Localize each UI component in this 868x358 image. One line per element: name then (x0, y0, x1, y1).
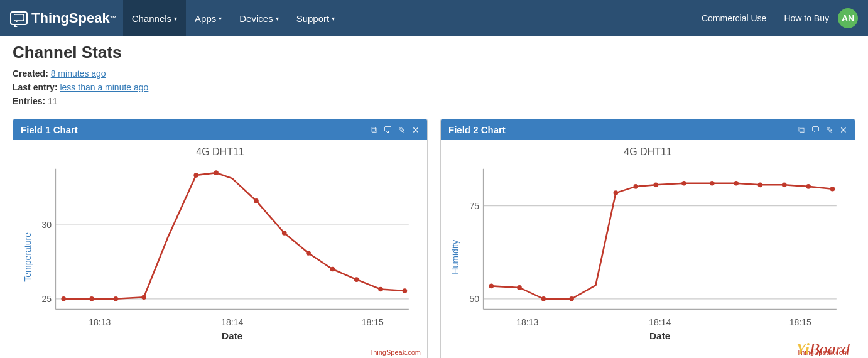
chart2-icons: ⧉ 🗨 ✎ ✕ (798, 124, 847, 135)
svg-point-18 (254, 198, 259, 203)
svg-point-12 (61, 296, 66, 301)
support-caret: ▾ (332, 15, 335, 22)
page-content: Channel Stats Created: 8 minutes ago Las… (0, 36, 868, 358)
chart2-body: 4G DHT11 Humidity (441, 140, 855, 358)
chart1-edit-icon[interactable]: ✎ (398, 125, 406, 135)
svg-point-38 (517, 285, 522, 290)
chart2-external-link-icon[interactable]: ⧉ (798, 124, 805, 135)
svg-point-20 (306, 251, 311, 256)
entries-meta: Entries: 11 (13, 96, 855, 106)
svg-text:25: 25 (41, 294, 52, 304)
svg-point-46 (734, 181, 739, 186)
charts-row: Field 1 Chart ⧉ 🗨 ✎ ✕ 4G DHT11 Temperatu… (13, 119, 855, 358)
brand-icon (10, 11, 28, 25)
svg-point-40 (569, 296, 574, 301)
svg-text:Date: Date (649, 330, 670, 341)
chart2-svg-container: Humidity 75 50 18:13 (447, 161, 849, 347)
nav-commercial[interactable]: Commercial Use (693, 0, 775, 36)
svg-point-21 (330, 267, 335, 272)
svg-point-49 (806, 184, 811, 189)
svg-point-14 (114, 296, 119, 301)
nav-support[interactable]: Support ▾ (288, 0, 344, 36)
chart1-chart-title: 4G DHT11 (19, 146, 421, 158)
devices-caret: ▾ (276, 15, 279, 22)
created-label: Created: (13, 68, 48, 79)
svg-point-42 (633, 184, 638, 189)
chart2-edit-icon[interactable]: ✎ (826, 125, 833, 135)
chart2-close-icon[interactable]: ✕ (840, 125, 847, 135)
svg-text:18:14: 18:14 (221, 317, 243, 327)
svg-rect-0 (14, 14, 24, 21)
chart2-card: Field 2 Chart ⧉ 🗨 ✎ ✕ 4G DHT11 Humidity (440, 119, 855, 358)
svg-point-41 (614, 190, 619, 195)
nav-devices[interactable]: Devices ▾ (231, 0, 287, 36)
last-entry-value[interactable]: less than a minute ago (60, 82, 148, 92)
chart1-card: Field 1 Chart ⧉ 🗨 ✎ ✕ 4G DHT11 Temperatu… (13, 119, 428, 358)
svg-text:Date: Date (222, 330, 242, 341)
navbar: ThingSpeak™ Channels ▾ Apps ▾ Devices ▾ … (0, 0, 868, 36)
svg-point-17 (214, 170, 219, 175)
svg-text:18:15: 18:15 (362, 317, 384, 327)
chart2-chart-title: 4G DHT11 (447, 146, 849, 158)
chart1-icons: ⧉ 🗨 ✎ ✕ (371, 124, 420, 135)
created-value[interactable]: 8 minutes ago (51, 68, 106, 79)
chart1-body: 4G DHT11 Temperature 30 25 (13, 140, 427, 358)
chart1-title: Field 1 Chart (21, 124, 78, 135)
nav-right: Commercial Use How to Buy AN (693, 0, 858, 36)
entries-value: 11 (48, 96, 58, 106)
chart1-comment-icon[interactable]: 🗨 (383, 125, 392, 135)
chart2-attribution: ThingSpeak.com (447, 349, 849, 356)
svg-point-39 (541, 296, 546, 301)
svg-text:50: 50 (469, 294, 479, 304)
chart1-close-icon[interactable]: ✕ (412, 125, 420, 135)
nav-apps[interactable]: Apps ▾ (186, 0, 231, 36)
chart1-attribution: ThingSpeak.com (19, 349, 421, 356)
chart1-header: Field 1 Chart ⧉ 🗨 ✎ ✕ (13, 119, 427, 140)
svg-text:Humidity: Humidity (450, 240, 460, 274)
svg-text:18:13: 18:13 (89, 317, 111, 327)
chart1-external-link-icon[interactable]: ⧉ (371, 124, 377, 135)
svg-point-24 (403, 288, 408, 293)
svg-point-15 (141, 295, 146, 300)
svg-point-48 (782, 183, 787, 188)
nav-how-to-buy[interactable]: How to Buy (775, 0, 838, 36)
chart2-comment-icon[interactable]: 🗨 (811, 125, 820, 135)
brand-logo[interactable]: ThingSpeak™ (10, 10, 117, 26)
svg-text:Temperature: Temperature (23, 232, 33, 282)
nav-items: Channels ▾ Apps ▾ Devices ▾ Support ▾ (123, 0, 693, 36)
yiboard-watermark: YiBoard (796, 341, 850, 357)
chart2-svg: Humidity 75 50 18:13 (447, 161, 849, 345)
entries-label: Entries: (13, 96, 45, 106)
svg-text:18:13: 18:13 (516, 317, 538, 327)
svg-point-47 (758, 183, 763, 188)
chart1-svg: Temperature 30 25 18:13 18:14 18:15 (19, 161, 421, 345)
svg-text:30: 30 (41, 220, 52, 230)
svg-point-23 (378, 287, 383, 292)
nav-channels[interactable]: Channels ▾ (123, 0, 186, 36)
chart2-title: Field 2 Chart (448, 124, 506, 135)
svg-point-16 (193, 173, 198, 178)
svg-rect-3 (56, 169, 409, 317)
page-title: Channel Stats (13, 43, 855, 62)
chart1-svg-container: Temperature 30 25 18:13 18:14 18:15 (19, 161, 421, 347)
svg-point-37 (489, 284, 494, 289)
svg-point-44 (681, 181, 686, 186)
created-meta: Created: 8 minutes ago (13, 68, 855, 79)
svg-point-13 (89, 296, 94, 301)
last-entry-meta: Last entry: less than a minute ago (13, 82, 855, 92)
svg-point-19 (282, 231, 287, 236)
chart2-header: Field 2 Chart ⧉ 🗨 ✎ ✕ (441, 119, 855, 140)
svg-point-22 (354, 277, 359, 282)
apps-caret: ▾ (219, 15, 222, 22)
svg-point-45 (710, 181, 715, 186)
brand-name: ThingSpeak (31, 10, 110, 26)
user-avatar[interactable]: AN (838, 8, 858, 28)
svg-point-43 (653, 183, 658, 188)
last-entry-label: Last entry: (13, 82, 58, 92)
svg-text:18:14: 18:14 (649, 317, 671, 327)
svg-text:18:15: 18:15 (789, 317, 811, 327)
svg-text:75: 75 (469, 201, 479, 211)
channels-caret: ▾ (174, 15, 177, 22)
svg-point-50 (830, 187, 835, 192)
brand-tm: ™ (110, 14, 117, 22)
